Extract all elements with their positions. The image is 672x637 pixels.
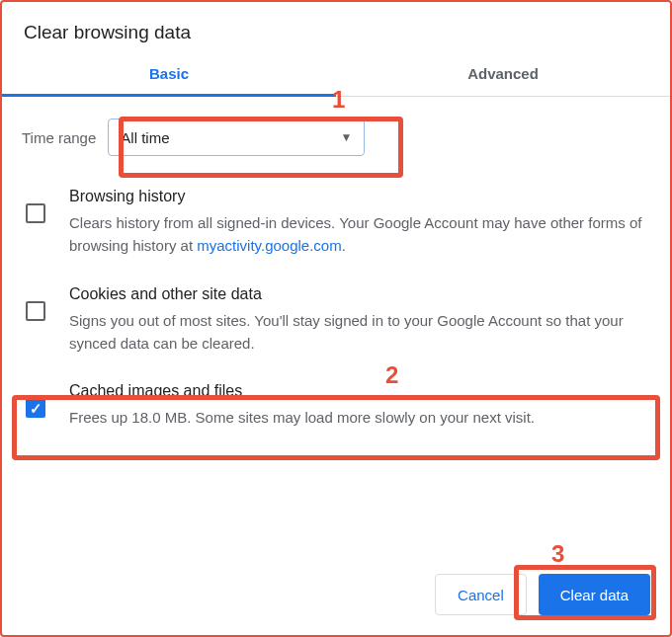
checkbox-browsing-history[interactable]: [26, 203, 45, 223]
time-range-select[interactable]: All time ▼: [108, 119, 365, 156]
cancel-button[interactable]: Cancel: [435, 574, 527, 615]
clear-data-button[interactable]: Clear data: [539, 574, 650, 615]
tab-advanced[interactable]: Advanced: [336, 65, 670, 96]
option-title: Browsing history: [69, 188, 650, 211]
option-desc: Frees up 18.0 MB. Some sites may load mo…: [69, 406, 650, 429]
option-desc: Clears history from all signed-in device…: [69, 211, 650, 258]
annotation-number-1: 1: [332, 86, 345, 114]
clear-browsing-data-dialog: Clear browsing data Basic Advanced Time …: [0, 0, 672, 637]
time-range-label: Time range: [22, 129, 96, 146]
option-cached-files: ✓ Cached images and files Frees up 18.0 …: [22, 368, 650, 442]
checkbox-cached-files[interactable]: ✓: [26, 398, 45, 418]
option-title: Cookies and other site data: [69, 285, 650, 309]
tab-basic[interactable]: Basic: [2, 65, 336, 96]
dialog-body: Time range All time ▼ Browsing history C…: [22, 97, 650, 442]
time-range-row: Time range All time ▼: [22, 111, 650, 174]
time-range-value: All time: [121, 129, 169, 146]
option-browsing-history: Browsing history Clears history from all…: [22, 174, 650, 272]
option-desc: Signs you out of most sites. You'll stay…: [69, 309, 650, 356]
annotation-number-3: 3: [551, 540, 564, 568]
dialog-footer: Cancel Clear data: [435, 574, 650, 615]
option-cookies: Cookies and other site data Signs you ou…: [22, 272, 650, 369]
myactivity-link[interactable]: myactivity.google.com: [197, 237, 341, 254]
check-icon: ✓: [30, 401, 42, 416]
chevron-down-icon: ▼: [340, 130, 352, 144]
dialog-title: Clear browsing data: [22, 2, 650, 65]
annotation-number-2: 2: [385, 361, 398, 389]
option-title: Cached images and files: [69, 382, 650, 406]
checkbox-cookies[interactable]: [26, 301, 45, 321]
